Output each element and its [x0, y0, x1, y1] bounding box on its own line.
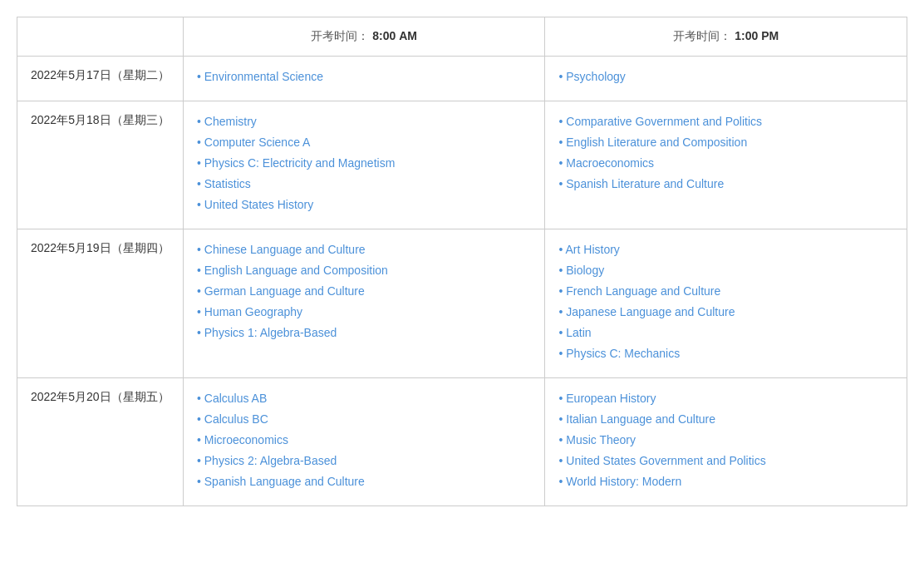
- list-item: Chemistry: [197, 113, 531, 131]
- list-item: Computer Science A: [197, 134, 531, 151]
- list-item: Italian Language and Culture: [558, 411, 893, 428]
- am-header-label: 开考时间：: [311, 29, 369, 42]
- list-item: United States Government and Politics: [558, 452, 893, 470]
- am-courses-cell: Calculus ABCalculus BCMicroeconomicsPhys…: [183, 378, 544, 506]
- list-item: Human Geography: [197, 303, 531, 321]
- am-header: 开考时间： 8:00 AM: [183, 17, 544, 57]
- list-item: Physics 1: Algebra-Based: [197, 324, 531, 342]
- pm-header-label: 开考时间：: [673, 29, 731, 42]
- am-courses-cell: Chinese Language and CultureEnglish Lang…: [183, 229, 544, 378]
- list-item: Spanish Language and Culture: [197, 473, 531, 491]
- table-row: 2022年5月20日（星期五）Calculus ABCalculus BCMic…: [17, 378, 907, 506]
- list-item: Microeconomics: [197, 432, 531, 449]
- pm-courses-cell: Art HistoryBiologyFrench Language and Cu…: [545, 229, 907, 378]
- list-item: Art History: [558, 241, 893, 259]
- date-header: [17, 17, 184, 57]
- list-item: Psychology: [558, 68, 893, 86]
- list-item: Music Theory: [558, 432, 893, 449]
- list-item: Macroeconomics: [558, 155, 893, 172]
- list-item: German Language and Culture: [197, 283, 531, 300]
- date-cell: 2022年5月17日（星期二）: [17, 57, 184, 101]
- list-item: Latin: [558, 324, 893, 342]
- list-item: French Language and Culture: [558, 283, 893, 300]
- list-item: Japanese Language and Culture: [558, 303, 893, 321]
- list-item: Chinese Language and Culture: [197, 241, 531, 259]
- list-item: Environmental Science: [197, 68, 531, 86]
- list-item: Comparative Government and Politics: [558, 113, 893, 131]
- list-item: English Literature and Composition: [558, 134, 893, 151]
- date-cell: 2022年5月19日（星期四）: [17, 229, 184, 378]
- list-item: European History: [558, 390, 893, 407]
- am-courses-cell: Environmental Science: [183, 57, 544, 101]
- table-row: 2022年5月17日（星期二）Environmental SciencePsyc…: [17, 57, 907, 101]
- pm-header: 开考时间： 1:00 PM: [545, 17, 907, 57]
- pm-courses-cell: Psychology: [545, 57, 907, 101]
- pm-courses-cell: European HistoryItalian Language and Cul…: [545, 378, 907, 506]
- list-item: Physics 2: Algebra-Based: [197, 452, 531, 470]
- date-cell: 2022年5月20日（星期五）: [17, 378, 184, 506]
- list-item: Physics C: Electricity and Magnetism: [197, 155, 531, 172]
- pm-courses-cell: Comparative Government and PoliticsEngli…: [545, 101, 907, 229]
- table-row: 2022年5月18日（星期三）ChemistryComputer Science…: [17, 101, 907, 229]
- date-cell: 2022年5月18日（星期三）: [17, 101, 184, 229]
- am-header-time: 8:00 AM: [372, 29, 417, 42]
- schedule-table: 开考时间： 8:00 AM 开考时间： 1:00 PM 2022年5月17日（星…: [17, 17, 907, 506]
- list-item: Spanish Literature and Culture: [558, 175, 893, 193]
- list-item: Calculus AB: [197, 390, 531, 407]
- list-item: Calculus BC: [197, 411, 531, 428]
- list-item: Biology: [558, 262, 893, 279]
- list-item: World History: Modern: [558, 473, 893, 491]
- table-row: 2022年5月19日（星期四）Chinese Language and Cult…: [17, 229, 907, 378]
- list-item: English Language and Composition: [197, 262, 531, 279]
- list-item: Statistics: [197, 175, 531, 193]
- list-item: Physics C: Mechanics: [558, 345, 893, 362]
- pm-header-time: 1:00 PM: [735, 29, 779, 42]
- am-courses-cell: ChemistryComputer Science APhysics C: El…: [183, 101, 544, 229]
- list-item: United States History: [197, 196, 531, 214]
